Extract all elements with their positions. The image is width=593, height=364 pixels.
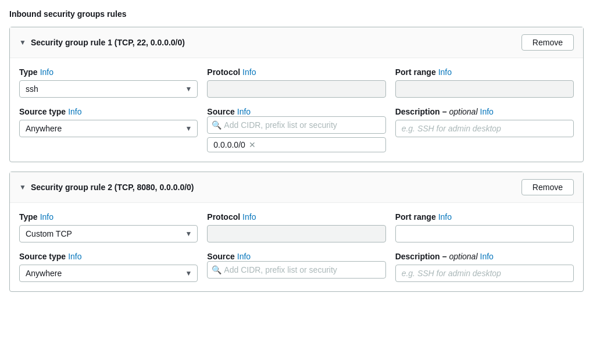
source-type-select-wrapper-1: Anywhere My IP Custom Anywhere IPv6 ▼: [19, 120, 198, 137]
field-group-source-1: Source Info 🔍 0.0.0.0/0 ✕: [207, 107, 385, 152]
rule-header-2: ▼ Security group rule 2 (TCP, 8080, 0.0.…: [10, 172, 583, 203]
source-type-select-1[interactable]: Anywhere My IP Custom Anywhere IPv6: [19, 120, 198, 137]
port-input-1: 22: [395, 80, 574, 98]
field-group-type-2: Type Info ssh Custom TCP HTTP HTTPS ▼: [19, 212, 198, 242]
source-tag-remove-1[interactable]: ✕: [249, 140, 256, 149]
rule-title-2: Security group rule 2 (TCP, 8080, 0.0.0.…: [31, 183, 194, 192]
source-search-input-1[interactable]: [207, 116, 385, 134]
rule-header-1: ▼ Security group rule 1 (TCP, 22, 0.0.0.…: [10, 27, 583, 58]
description-input-1[interactable]: [395, 120, 574, 137]
port-info-link-1[interactable]: Info: [438, 67, 452, 77]
type-select-wrapper-1: ssh Custom TCP HTTP HTTPS ▼: [19, 80, 198, 98]
type-info-link-1[interactable]: Info: [40, 67, 53, 77]
port-label-2: Port range Info: [395, 212, 574, 222]
description-optional-1: optional: [449, 107, 477, 116]
rule-title-left-1: ▼ Security group rule 1 (TCP, 22, 0.0.0.…: [19, 38, 185, 47]
field-group-type-1: Type Info ssh Custom TCP HTTP HTTPS ▼: [19, 67, 198, 98]
source-type-info-link-1[interactable]: Info: [68, 107, 81, 116]
source-info-link-1[interactable]: Info: [237, 107, 251, 116]
search-icon-2: 🔍: [212, 265, 222, 274]
fields-row-1-top: Type Info ssh Custom TCP HTTP HTTPS ▼: [19, 67, 574, 98]
rule-body-1: Type Info ssh Custom TCP HTTP HTTPS ▼: [10, 58, 583, 162]
field-group-description-1: Description – optional Info: [395, 107, 574, 152]
source-tag-value-1: 0.0.0.0/0: [213, 140, 245, 149]
chevron-icon-2[interactable]: ▼: [19, 183, 26, 191]
source-input-wrapper-1: 🔍: [207, 116, 385, 134]
rule-card-2: ▼ Security group rule 2 (TCP, 8080, 0.0.…: [9, 172, 584, 292]
field-group-port-2: Port range Info 8080: [395, 212, 574, 242]
fields-row-1-bottom: Source type Info Anywhere My IP Custom A…: [19, 107, 574, 152]
protocol-label-1: Protocol Info: [207, 67, 385, 77]
protocol-input-2: TCP: [207, 225, 385, 242]
type-select-wrapper-2: ssh Custom TCP HTTP HTTPS ▼: [19, 225, 198, 242]
field-group-source-2: Source Info 🔍: [207, 252, 385, 282]
rule-title-1: Security group rule 1 (TCP, 22, 0.0.0.0/…: [31, 38, 185, 47]
source-type-label-1: Source type Info: [19, 107, 198, 116]
protocol-label-2: Protocol Info: [207, 212, 385, 222]
protocol-info-link-1[interactable]: Info: [242, 67, 256, 77]
description-input-2[interactable]: [395, 265, 574, 282]
remove-button-2[interactable]: Remove: [521, 179, 574, 195]
field-group-protocol-1: Protocol Info TCP: [207, 67, 385, 98]
source-tag-1: 0.0.0.0/0 ✕: [207, 137, 385, 152]
source-type-select-2[interactable]: Anywhere My IP Custom Anywhere IPv6: [19, 265, 198, 282]
source-type-info-link-2[interactable]: Info: [68, 252, 81, 261]
rule-card-1: ▼ Security group rule 1 (TCP, 22, 0.0.0.…: [9, 27, 584, 162]
remove-button-1[interactable]: Remove: [521, 34, 574, 51]
type-label-2: Type Info: [19, 212, 198, 222]
source-search-input-2[interactable]: [207, 261, 385, 279]
search-icon-1: 🔍: [212, 120, 222, 130]
field-group-description-2: Description – optional Info: [395, 252, 574, 282]
source-input-wrapper-2: 🔍: [207, 261, 385, 279]
fields-row-2-bottom: Source type Info Anywhere My IP Custom A…: [19, 252, 574, 282]
field-group-protocol-2: Protocol Info TCP: [207, 212, 385, 242]
type-label-1: Type Info: [19, 67, 198, 77]
description-label-1: Description – optional Info: [395, 107, 574, 116]
port-info-link-2[interactable]: Info: [438, 212, 452, 222]
protocol-info-link-2[interactable]: Info: [242, 212, 256, 222]
rule-body-2: Type Info ssh Custom TCP HTTP HTTPS ▼: [10, 203, 583, 291]
source-label-1: Source Info: [207, 107, 385, 116]
source-label-2: Source Info: [207, 252, 385, 261]
field-group-port-1: Port range Info 22: [395, 67, 574, 98]
type-select-1[interactable]: ssh Custom TCP HTTP HTTPS: [19, 80, 198, 98]
field-group-source-type-2: Source type Info Anywhere My IP Custom A…: [19, 252, 198, 282]
port-input-2[interactable]: 8080: [395, 225, 574, 242]
protocol-input-1: TCP: [207, 80, 385, 98]
type-select-2[interactable]: ssh Custom TCP HTTP HTTPS: [19, 225, 198, 242]
description-info-link-1[interactable]: Info: [480, 107, 494, 116]
fields-row-2-top: Type Info ssh Custom TCP HTTP HTTPS ▼: [19, 212, 574, 242]
type-info-link-2[interactable]: Info: [40, 212, 53, 222]
description-optional-2: optional: [449, 252, 477, 261]
section-title: Inbound security groups rules: [9, 9, 584, 19]
source-info-link-2[interactable]: Info: [237, 252, 251, 261]
chevron-icon-1[interactable]: ▼: [19, 38, 26, 47]
source-type-label-2: Source type Info: [19, 252, 198, 261]
rule-title-left-2: ▼ Security group rule 2 (TCP, 8080, 0.0.…: [19, 183, 194, 192]
description-info-link-2[interactable]: Info: [480, 252, 494, 261]
source-type-select-wrapper-2: Anywhere My IP Custom Anywhere IPv6 ▼: [19, 265, 198, 282]
port-label-1: Port range Info: [395, 67, 574, 77]
field-group-source-type-1: Source type Info Anywhere My IP Custom A…: [19, 107, 198, 152]
page-wrapper: Inbound security groups rules ▼ Security…: [0, 0, 593, 292]
description-label-2: Description – optional Info: [395, 252, 574, 261]
